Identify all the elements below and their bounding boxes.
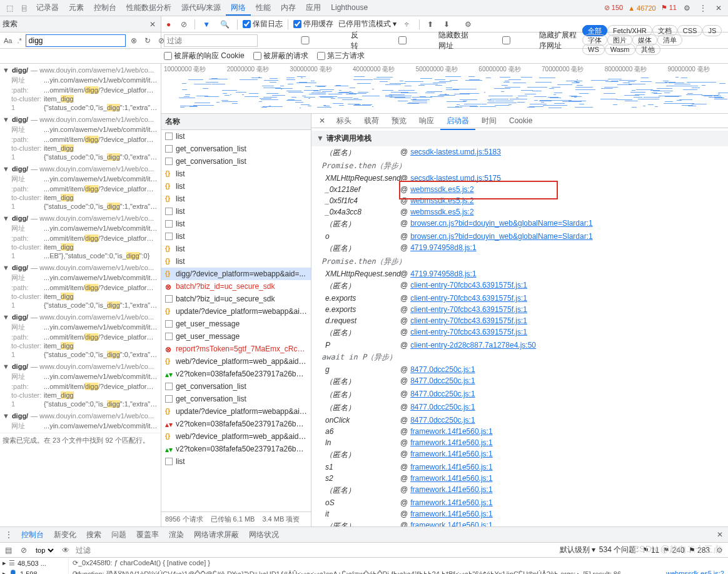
stack-frame[interactable]: P@client-entry-2d28c887.7a1278e4.js:50 [311, 340, 728, 351]
stack-frame[interactable]: （匿名）@8477.0dcc250c.js:1 [311, 388, 728, 401]
stack-frame[interactable]: it@framework.14f1e560.js:1 [311, 508, 728, 520]
request-row[interactable]: get_user_message [161, 330, 311, 343]
match-case-icon[interactable]: Aa [3, 36, 13, 46]
top-tab-6[interactable]: 性能 [251, 1, 276, 14]
preserve-log-check[interactable]: 保留日志 [243, 19, 283, 29]
filter-check[interactable]: 第三方请求 [317, 51, 365, 61]
top-tab-5[interactable]: 网络 [226, 1, 251, 16]
request-row[interactable]: batch/?biz_id=uc_secure_sdk [161, 293, 311, 305]
request-row[interactable]: ⊗batch/?biz_id=uc_secure_sdk [161, 280, 311, 293]
search-input[interactable] [26, 34, 126, 47]
request-row[interactable]: get_conversation_list [161, 380, 311, 393]
eye-icon[interactable]: 👁 [59, 545, 72, 556]
download-icon[interactable]: ⬇ [441, 19, 452, 30]
disable-cache-check[interactable]: 停用缓存 [293, 19, 333, 29]
console-clear-icon[interactable]: ⊘ [18, 545, 29, 556]
refresh-icon[interactable]: ↻ [142, 35, 153, 46]
request-row[interactable]: {}web/?device_platform=web_app&aid=... [161, 430, 311, 443]
top-tab-1[interactable]: 元素 [64, 1, 89, 14]
drawer-close-icon[interactable]: ✕ [714, 528, 725, 541]
close-icon[interactable]: ✕ [712, 1, 725, 15]
clear-icon[interactable]: ⊘ [178, 19, 190, 30]
request-row[interactable]: list [161, 230, 311, 243]
stack-frame[interactable]: g@8477.0dcc250c.js:1 [311, 364, 728, 375]
stack-frame[interactable]: o@browser.cn.js?bid=douyin_web&globalNam… [311, 231, 728, 242]
wifi-icon[interactable]: ᯤ [402, 19, 414, 30]
filter-pill[interactable]: WS [582, 44, 605, 55]
request-row[interactable]: ▴▾v2?token=038fafefa50e237917a26b6ac... [161, 418, 311, 430]
throttling-select[interactable]: 已停用节流模式 ▾ [338, 19, 397, 29]
stack-frame[interactable]: （匿名）@framework.14f1e560.js:1 [311, 520, 728, 526]
filter-pill[interactable]: JS [702, 25, 722, 36]
drawer-tab[interactable]: 覆盖率 [131, 528, 164, 541]
device-icon[interactable]: ⌸ [18, 1, 30, 15]
request-row[interactable]: ▴▾v2?token=038fafefa50e237917a26b6ac... [161, 368, 311, 380]
stack-frame[interactable]: ln@framework.14f1e560.js:1 [311, 437, 728, 448]
console-message[interactable]: ⟳ _0x2458f0: ƒ charCodeAt() { [native co… [69, 558, 728, 568]
warning-count[interactable]: ▲ 46720 [626, 4, 658, 12]
detail-tab[interactable]: 启动器 [440, 114, 475, 130]
console-sidebar-icon[interactable]: ▤ [3, 545, 14, 556]
top-tab-9[interactable]: Lighthouse [326, 1, 373, 14]
request-row[interactable]: {}digg/?device_platform=webapp&aid=... [161, 268, 311, 280]
stack-frame[interactable]: （匿名）@framework.14f1e560.js:1 [311, 484, 728, 497]
gear-icon[interactable]: ⚙ [462, 19, 474, 30]
request-row[interactable]: ⊗report?msToken=5gtf_7MaEmx_cRcPoC... [161, 343, 311, 355]
top-tab-8[interactable]: 应用 [301, 1, 326, 14]
top-tab-3[interactable]: 性能数据分析 [121, 1, 176, 14]
info-count[interactable]: ⚑ 11 [659, 4, 679, 12]
stack-frame[interactable]: s2@framework.14f1e560.js:1 [311, 473, 728, 484]
stack-frame[interactable]: （匿名）@8477.0dcc250c.js:1 [311, 401, 728, 415]
request-row[interactable]: {}list [161, 180, 311, 193]
request-row[interactable]: get_conversation_list [161, 143, 311, 155]
request-row[interactable]: list [161, 218, 311, 230]
stack-frame[interactable]: onClick@8477.0dcc250c.js:1 [311, 415, 728, 426]
stack-frame[interactable]: a6@framework.14f1e560.js:1 [311, 426, 728, 437]
drawer-tab[interactable]: 渲染 [164, 528, 189, 541]
more-icon[interactable]: ⋮ [695, 1, 710, 15]
search-result-group[interactable]: ▼digg/— www.douyin.com/aweme/v1/web/co..… [0, 64, 161, 113]
detail-tab[interactable]: 预览 [385, 114, 413, 129]
hide-data-check[interactable]: 隐藏数据网址 [368, 30, 472, 51]
inspect-icon[interactable]: ⬚ [3, 1, 17, 15]
request-row[interactable]: {}list [161, 193, 311, 205]
drawer-tab[interactable]: 新变化 [49, 528, 81, 541]
console-gear-icon[interactable]: ⚙ [714, 545, 725, 556]
filter-pill[interactable]: 清单 [657, 34, 682, 46]
search-result-group[interactable]: ▼digg/— www.douyin.com/aweme/v1/web/co..… [0, 360, 161, 410]
hide-ext-check[interactable]: 隐藏扩展程序网址 [475, 30, 579, 51]
stack-frame[interactable]: XMLHttpRequest.send@secsdk-lastest.umd.j… [311, 173, 728, 184]
request-row[interactable]: {}list [161, 243, 311, 255]
invert-check[interactable]: 反转 [261, 30, 365, 51]
filter-check[interactable]: 被屏蔽的请求 [253, 51, 308, 61]
filter-pill[interactable]: 其他 [635, 44, 660, 55]
drawer-tab[interactable]: 问题 [106, 528, 131, 541]
stack-frame[interactable]: e.exports@client-entry-70fcbc43.6391575f… [311, 293, 728, 304]
request-row[interactable]: get_user_message [161, 318, 311, 330]
drawer-tab[interactable]: 控制台 [16, 528, 49, 541]
stack-frame[interactable]: e.exports@client-entry-70fcbc43.6391575f… [311, 304, 728, 315]
request-row[interactable]: {}web/?device_platform=web_app&aid=... [161, 355, 311, 368]
stack-frame[interactable]: d.request@client-entry-70fcbc43.6391575f… [311, 315, 728, 326]
settings-icon[interactable]: ⚙ [680, 1, 694, 15]
stack-frame[interactable]: oS@framework.14f1e560.js:1 [311, 497, 728, 508]
regex-icon[interactable]: .* [16, 36, 23, 46]
console-filter-input[interactable] [76, 546, 169, 555]
stack-frame[interactable]: （匿名）@framework.14f1e560.js:1 [311, 448, 728, 461]
filter-pill[interactable]: CSS [677, 25, 703, 36]
request-row[interactable]: {}update/?device_platform=webapp&aid... [161, 305, 311, 318]
search-result-group[interactable]: ▼digg/— www.douyin.com/aweme/v1/web/co..… [0, 163, 161, 212]
detail-tab[interactable]: 载荷 [358, 114, 385, 129]
drawer-tab[interactable]: 搜索 [81, 528, 106, 541]
detail-tab[interactable]: Cookie [503, 114, 538, 129]
top-tab-4[interactable]: 源代码/来源 [176, 1, 226, 14]
drawer-more-icon[interactable]: ⋮ [3, 528, 15, 541]
upload-icon[interactable]: ⬆ [425, 19, 436, 30]
request-row[interactable]: list [161, 455, 311, 468]
filter-check[interactable]: 被屏蔽的响应 Cookie [164, 51, 245, 61]
stack-header[interactable]: ▼请求调用堆栈 [311, 131, 728, 146]
search-result-group[interactable]: ▼digg/— www.douyin.com/aweme/v1/web/co..… [0, 212, 161, 261]
stack-frame[interactable]: s1@framework.14f1e560.js:1 [311, 461, 728, 473]
stack-frame[interactable]: （匿名）@client-entry-70fcbc43.6391575f.js:1 [311, 326, 728, 340]
detail-tab[interactable]: 标头 [330, 114, 358, 129]
